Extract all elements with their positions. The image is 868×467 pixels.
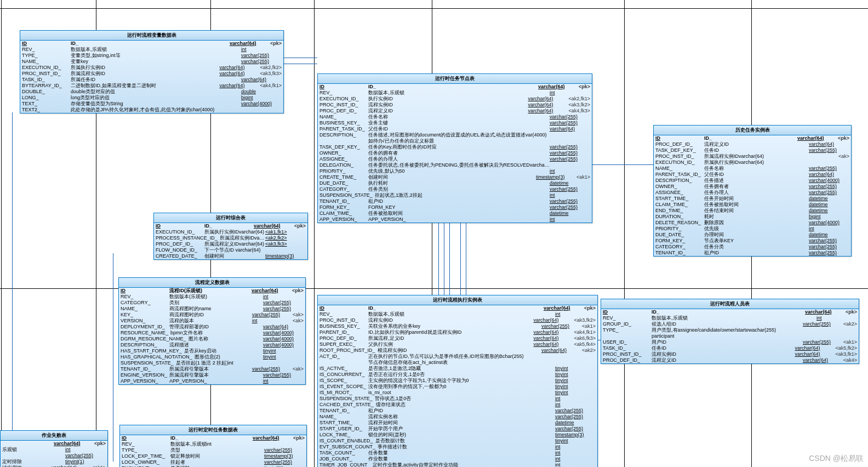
table-cell: bigint [809,214,847,220]
table-cell: 下一个节点ID varchar(64) [202,247,265,253]
db-table-t8: 作业失败表varchar(64)<pk>乐观锁intvarchar(255)定时… [0,430,108,467]
table-row: USER_ID_用户IDvarchar(255)<ak1> [601,339,859,345]
table-cell: START_USER_ID_ [319,426,366,432]
table-cell: varchar(255) [550,120,588,126]
table-header-cell: varchar(64) [544,305,582,311]
table-cell [847,178,849,184]
table-cell: 任务结束时间 [702,208,809,214]
table-cell [588,180,590,186]
table-cell: datetime [550,210,588,217]
table-cell: <ak1> [90,465,106,467]
table-cell: varchar(255) [809,184,847,190]
table-cell: IS_MI_ROOT_ [319,390,366,396]
table-header-cell: varchar(64) [230,41,268,47]
table-cell: 作业数量 [366,456,555,462]
table-row: DUE_DATE_执行耗时datetime [318,180,592,186]
table-row: IS_EVENT_SCOPE_没有使用到事件的情况下,一般都为0tinyint [318,384,597,390]
table-row: CREATE_TIME_创建时间timestamp(3)<ak1> [318,174,592,180]
table-row: NAME_任务名称varchar(255) [318,114,592,120]
table-cell [847,141,849,147]
table-cell: 定时排除 [2,459,49,465]
connector [113,253,113,462]
table-header: IDID_varchar(64)<pk> [318,84,592,90]
table-cell: <ak2,fk1> [566,96,590,102]
table-cell: varchar(255) [550,114,588,120]
table-cell [279,95,282,101]
table-cell: REV_ [319,90,366,96]
table-cell: JOB_COUNT_ [319,456,366,462]
table-cell: <ak1,fk1> [265,229,304,235]
table-cell: LOCK_EXP_TIME_ [122,453,168,459]
table-cell: CREATED_DATE_ [156,253,202,259]
table-cell [304,229,306,235]
table-cell [301,348,304,354]
table-cell: 缓存结束状态 [374,402,555,408]
table-cell: varchar(4000) [241,101,279,107]
table-header: varchar(64)<pk> [1,441,107,447]
connector [460,217,461,296]
table-cell: <ak> [290,318,304,324]
table-cell: varchar(64) [809,172,847,178]
table-cell: 图片名称 [186,336,263,342]
table-cell: 挂起状态,1激活,2挂起 [373,192,550,198]
table-cell [588,150,590,156]
table-cell: PROC_DEF_ID_ [319,335,366,341]
table-cell: varchar(255) [809,147,847,153]
table-cell [104,459,106,465]
table-row: CLAIM_TIME_任务被拾取时间datetime [318,210,592,217]
table-cell: OWNER_ [655,184,702,190]
table-row: DELETE_REASON_删除原因varchar(4000) [654,220,851,226]
table-cell: timestamp(3) [265,253,304,259]
table-header-cell: ID [319,84,366,90]
table-cell: tinyint [555,384,593,390]
table-header-cell: <pk> [292,223,306,229]
table-row: NAME_画流程图时的namevarchar(255) [119,306,305,312]
table-header-cell: varchar(64) [252,288,290,294]
table-header-cell: ID_ [366,305,544,311]
table-header-cell [2,441,49,447]
table-row: REV_数据版本,乐观锁int [20,47,283,53]
table-cell: 所属执行实例IDvarchar(64) [702,160,809,166]
table-row: REV_数据版本,乐观锁int [318,311,597,317]
table-header-cell: ID [655,135,702,141]
table-row: LOCK_OWNER_挂起者varchar(255) [120,459,306,465]
table-cell: 用户类型,有assignee/candidate/owner/startewac… [649,327,816,333]
table-cell: 任务拥有者 [702,184,809,190]
table-cell: HAS_START_FORM_KEY_ [121,348,182,354]
table-cell: TENANT_ID_ [319,408,366,414]
table-cell: 所属流程实例IDvarchar(64) [218,235,265,241]
table-cell [304,235,306,241]
table-row: HAS_GRAPHICAL_NOTATION_图形信息(2)tinyint [119,354,305,360]
table-cell [588,126,590,132]
table-cell: varchar(64) [528,96,566,102]
table-header-cell: <pk> [843,309,857,315]
table-row: REV_数据版本,乐观锁int [120,441,306,447]
table-cell: int [263,378,301,384]
connector [449,217,450,296]
table-cell: varchar(64) [528,102,566,108]
table-row: TASK_COUNT_任务数量int [318,450,597,456]
table-row: PARENT_TASK_ID_父任务IDvarchar(64) [654,172,851,178]
table-cell: TENANT_ID_ [319,198,366,204]
table-cell: varchar(64) [528,108,566,114]
table-cell: TYPE_ [603,327,649,333]
table-cell [847,160,849,166]
table-cell: varchar(255) [809,190,847,196]
table-title: 运行时综合表 [154,213,307,223]
table-cell: varchar(255) [809,166,847,172]
table-cell [588,138,590,144]
table-cell [847,250,849,256]
table-row: RESOURCE_NAME_bpmn文件名称varchar(4000) [119,330,305,336]
table-cell: 流程实例ID [366,102,528,108]
table-cell [593,414,596,420]
table-cell: varchar(255) [550,204,588,210]
table-header: IDID_varchar(64)<pk> [601,309,859,315]
table-row: ACT_ID_正在执行的节点ID,节点可以认为是事件或任务,ID对应图形的Bch… [318,354,597,360]
table-cell: DUE_DATE_ [655,232,702,238]
table-row: varchar(255) [1,453,107,459]
table-cell: GROUP_ID_ [603,321,649,327]
table-cell [588,120,590,126]
table-row: DESCRIPTION_流程描述varchar(4000) [119,342,305,348]
table-cell: RESOURCE_NAME_ [121,330,168,336]
table-cell: 任务描述 [702,178,809,184]
